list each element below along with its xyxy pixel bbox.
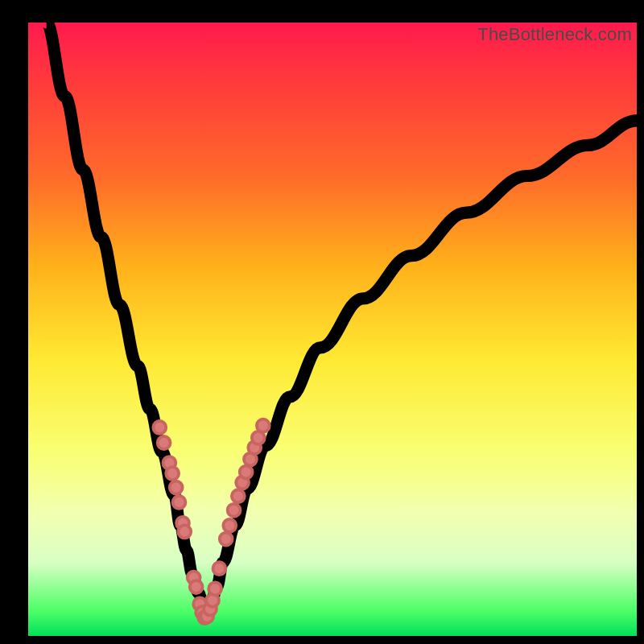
data-marker [257, 419, 270, 432]
data-marker [170, 481, 183, 494]
data-marker [208, 582, 221, 595]
data-marker [178, 525, 191, 538]
data-marker [228, 504, 241, 517]
plot-area: TheBottleneck.com [28, 23, 637, 636]
data-marker [158, 436, 171, 449]
data-marker [153, 421, 166, 434]
chart-svg [28, 23, 637, 636]
chart-frame: TheBottleneck.com [0, 0, 644, 644]
data-marker [213, 562, 225, 575]
marker-group [153, 419, 269, 625]
data-marker [232, 489, 245, 502]
bottleneck-curve [47, 23, 637, 617]
data-marker [166, 467, 179, 480]
data-marker [190, 580, 203, 593]
data-marker [173, 496, 186, 509]
data-marker [240, 466, 253, 479]
data-marker [220, 533, 233, 546]
data-marker [223, 519, 236, 532]
